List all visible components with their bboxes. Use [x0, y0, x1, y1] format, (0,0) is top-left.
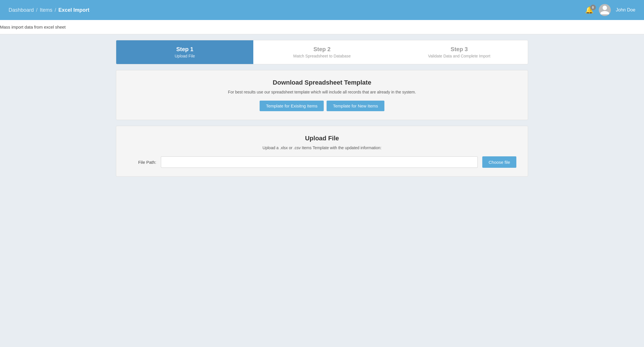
breadcrumb-sep1: / [36, 7, 37, 13]
step-3-description: Validate Data and Complete Import [399, 54, 519, 58]
step-1[interactable]: Step 1 Upload File [116, 40, 253, 64]
template-section-description: For best results use our spreadsheet tem… [128, 90, 516, 94]
file-path-row: File Path: Choose file [128, 156, 516, 168]
step-3[interactable]: Step 3 Validate Data and Complete Import [391, 40, 528, 64]
template-section-title: Download Spreadsheet Template [128, 79, 516, 86]
upload-section-description: Upload a .xlsx or .csv Items Template wi… [128, 145, 516, 150]
upload-section: Upload File Upload a .xlsx or .csv Items… [116, 126, 528, 177]
step-1-label: Step 1 [125, 46, 245, 53]
breadcrumb-current: Excel Import [58, 7, 89, 13]
notification-badge: 0 [590, 5, 596, 10]
step-1-description: Upload File [125, 54, 245, 58]
subtitle-bar: Mass import data from excel sheet [0, 20, 644, 34]
template-buttons: Template for Exisitng Items Template for… [128, 101, 516, 111]
upload-section-title: Upload File [128, 135, 516, 142]
choose-file-button[interactable]: Choose file [482, 156, 516, 168]
step-3-label: Step 3 [399, 46, 519, 53]
breadcrumb-dashboard[interactable]: Dashboard [9, 7, 34, 13]
header: Dashboard / Items / Excel Import 🔔 0 Joh… [0, 0, 644, 20]
file-path-input[interactable] [161, 156, 478, 168]
notification-bell[interactable]: 🔔 0 [585, 6, 594, 14]
main-content: Step 1 Upload File Step 2 Match Spreadsh… [107, 40, 537, 194]
template-existing-button[interactable]: Template for Exisitng Items [260, 101, 324, 111]
step-2-label: Step 2 [262, 46, 382, 53]
avatar-icon [599, 5, 610, 15]
breadcrumb-items[interactable]: Items [40, 7, 52, 13]
step-2[interactable]: Step 2 Match Spreadsheet to Database [253, 40, 390, 64]
template-section: Download Spreadsheet Template For best r… [116, 70, 528, 120]
step-2-description: Match Spreadsheet to Database [262, 54, 382, 58]
header-right: 🔔 0 John Doe [585, 4, 636, 16]
file-path-label: File Path: [128, 160, 156, 165]
subtitle-text: Mass import data from excel sheet [0, 25, 66, 29]
steps-container: Step 1 Upload File Step 2 Match Spreadsh… [116, 40, 528, 64]
avatar[interactable] [599, 4, 611, 16]
breadcrumb-sep2: / [55, 7, 56, 13]
template-new-button[interactable]: Template for New Items [327, 101, 384, 111]
username: John Doe [616, 7, 636, 13]
breadcrumb: Dashboard / Items / Excel Import [9, 7, 89, 13]
